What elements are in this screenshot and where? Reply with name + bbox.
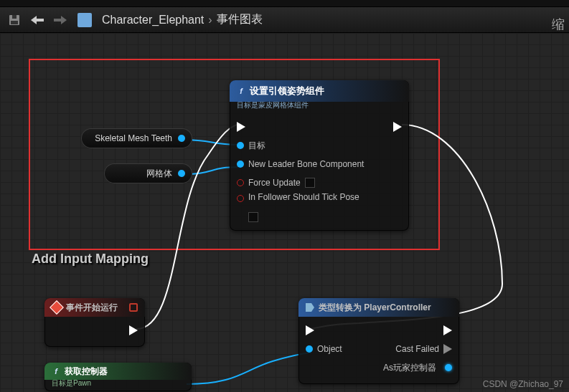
cast-icon: [306, 303, 314, 312]
node-set-leader[interactable]: f 设置引领姿势组件 目标是蒙皮网格体组件 目标 New Leader Bone…: [230, 80, 409, 231]
newleader-label: New Leader Bone Component: [248, 159, 364, 169]
node-header[interactable]: f 获取控制器: [44, 363, 192, 380]
function-icon: f: [52, 367, 60, 376]
watermark: CSDN @Zhichao_97: [483, 379, 563, 389]
tick-label: In Follower Should Tick Pose: [248, 192, 359, 202]
svg-rect-1: [11, 21, 18, 24]
var-teeth[interactable]: Skeletal Mesh Teeth: [81, 128, 192, 148]
fail-label: Cast Failed: [395, 344, 439, 354]
graph-canvas[interactable]: Add Input Mapping f 设置引领姿势组件 目标是蒙皮网格体组件 …: [0, 33, 569, 392]
node-subtitle: 目标是Pawn: [44, 378, 192, 388]
newleader-pin[interactable]: [237, 161, 244, 168]
target-label: 目标: [248, 140, 265, 152]
fail-exec-pin[interactable]: [443, 344, 452, 354]
stop-icon: [129, 303, 138, 312]
node-title: 事件开始运行: [66, 302, 118, 314]
object-pin[interactable]: [306, 345, 313, 353]
event-icon: [50, 300, 64, 315]
force-pin[interactable]: [237, 179, 244, 186]
var-mesh-label: 网格体: [146, 168, 172, 180]
svg-rect-3: [35, 19, 44, 21]
section-label: Add Input Mapping: [32, 252, 149, 267]
tick-checkbox[interactable]: [248, 212, 258, 222]
force-checkbox[interactable]: [305, 178, 315, 188]
breadcrumb-root[interactable]: Character_Elephant: [98, 14, 208, 27]
tick-pin[interactable]: [237, 195, 244, 202]
zoom-label: 缩: [552, 16, 565, 33]
node-header[interactable]: 类型转换为 PlayerController: [298, 298, 459, 317]
svg-rect-4: [54, 19, 62, 21]
var-teeth-pin[interactable]: [178, 135, 185, 142]
node-subtitle: 目标是蒙皮网格体组件: [230, 100, 409, 110]
forward-button[interactable]: [50, 10, 70, 30]
back-button[interactable]: [27, 10, 47, 30]
force-label: Force Update: [248, 178, 301, 188]
node-title: 设置引领姿势组件: [250, 85, 324, 97]
node-title: 类型转换为 PlayerController: [319, 302, 431, 314]
exec-out-pin[interactable]: [129, 325, 138, 335]
var-mesh-pin[interactable]: [178, 170, 185, 177]
exec-in-pin[interactable]: [237, 122, 245, 132]
svg-rect-2: [12, 15, 17, 19]
exec-out-pin[interactable]: [443, 325, 452, 335]
node-beginplay[interactable]: 事件开始运行: [44, 298, 145, 347]
exec-in-pin[interactable]: [306, 325, 314, 335]
breadcrumb-graph[interactable]: 事件图表: [212, 12, 267, 27]
target-pin[interactable]: [237, 142, 244, 149]
var-teeth-label: Skeletal Mesh Teeth: [95, 133, 172, 143]
node-header[interactable]: 事件开始运行: [44, 298, 145, 317]
as-label: As玩家控制器: [383, 362, 436, 374]
object-label: Object: [317, 344, 342, 354]
node-cast[interactable]: 类型转换为 PlayerController Object Cast Faile…: [298, 298, 459, 384]
function-icon: f: [237, 87, 245, 95]
toolbar: Character_Elephant › 事件图表: [0, 7, 569, 33]
as-pin[interactable]: [445, 364, 452, 371]
node-header[interactable]: f 设置引领姿势组件: [230, 80, 409, 102]
exec-out-pin[interactable]: [393, 122, 402, 132]
var-mesh[interactable]: 网格体: [104, 163, 192, 183]
save-icon[interactable]: [4, 10, 24, 30]
node-getcontroller[interactable]: f 获取控制器 目标是Pawn: [44, 363, 192, 391]
blueprint-icon: [77, 13, 92, 27]
node-title: 获取控制器: [65, 365, 108, 378]
